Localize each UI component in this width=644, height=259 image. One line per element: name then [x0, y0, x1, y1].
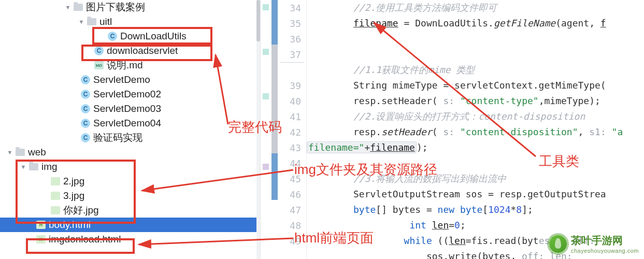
tree-item-label: 3.jpg [63, 190, 84, 202]
tree-item-label: 2.jpg [63, 176, 84, 187]
tree-row[interactable]: C验证码实现 [0, 131, 256, 145]
divider-strip [260, 0, 278, 259]
gutter-line: 37 [278, 47, 306, 62]
tree-item-label: downloadservlet [107, 45, 178, 56]
tree-row[interactable]: CServletDemo02 [0, 87, 256, 102]
chevron-down-icon: ▼ [64, 4, 71, 11]
gutter-line: 43 [278, 140, 306, 155]
tree-item-label: body.html [49, 219, 91, 231]
tree-row[interactable]: CDownLoadUtils [0, 29, 256, 44]
code-line: resp.setHeader( s: "content-type",mimeTy… [353, 93, 644, 109]
code-line: //2.设置响应头的打开方式：content-disposition [353, 109, 644, 124]
tree-item-label: imgdonload.html [49, 234, 121, 245]
editor-gutter: 343536373940414243444546474849 [278, 0, 307, 259]
tree-row[interactable]: Hbody.html [0, 218, 256, 232]
code-line: //2.使用工具类方法编码文件即可 [353, 0, 644, 16]
code-line [353, 31, 644, 47]
class-icon: C [81, 133, 90, 142]
tree-row[interactable]: 2.jpg [0, 174, 256, 189]
code-line: byte[] bytes = new byte[1024*8]; [353, 202, 644, 218]
tree-item-label: 验证码实现 [93, 131, 142, 145]
gutter-line: 36 [278, 31, 306, 47]
tree-row[interactable]: Himgdonload.html [0, 232, 256, 247]
code-line [353, 47, 644, 62]
gutter-line: 44 [278, 155, 306, 171]
tree-row[interactable]: CServletDemo04 [0, 116, 256, 131]
tree-row[interactable]: ▼web [0, 145, 256, 160]
chevron-down-icon: ▼ [20, 163, 27, 170]
class-icon: C [94, 46, 104, 55]
class-icon: C [81, 75, 90, 84]
tree-item-label: DownLoadUtils [120, 31, 187, 42]
code-line [353, 155, 644, 171]
leaf-icon [549, 235, 567, 253]
tree-item-label: ServletDemo [93, 74, 150, 85]
class-icon: C [81, 104, 90, 113]
jpg-icon [51, 192, 60, 200]
site-logo: 茶叶手游网 chayeshouyouwang.com [549, 234, 639, 254]
html-icon: H [36, 235, 46, 243]
gutter-line: 46 [278, 186, 306, 202]
gutter-line: 34 [278, 0, 306, 16]
chevron-down-icon: ▼ [6, 149, 13, 156]
gutter-line: 39 [278, 78, 306, 93]
code-line: String mimeType = servletContext.getMime… [353, 78, 644, 93]
code-line: filename = DownLoadUtils.getFileName(age… [353, 16, 644, 31]
project-tree-panel: ▼图片下载案例▼uitlCDownLoadUtilsCdownloadservl… [0, 0, 260, 259]
gutter-line: 45 [278, 171, 306, 186]
tree-row[interactable]: ▼图片下载案例 [0, 0, 256, 15]
logo-text-2: chayeshouyouwang.com [571, 248, 639, 254]
logo-text-1: 茶叶手游网 [571, 234, 639, 248]
code-line: //1.1获取文件的mime 类型 [353, 62, 644, 78]
tree-item-label: 说明.md [107, 59, 143, 72]
jpg-icon [51, 177, 60, 185]
tree-item-label: ServletDemo04 [93, 118, 161, 129]
folder-icon [29, 163, 38, 170]
folder-icon [74, 4, 83, 11]
tree-row[interactable]: CServletDemo03 [0, 102, 256, 116]
tree-row[interactable]: Cdownloadservlet [0, 44, 256, 58]
gutter-line: 42 [278, 124, 306, 140]
md-icon: MD [94, 61, 104, 69]
gutter-line: 48 [278, 218, 306, 233]
code-line: //3.将输入流的数据写出到输出流中 [353, 171, 644, 186]
gutter-line: 47 [278, 202, 306, 218]
tree-row[interactable]: ▼img [0, 160, 256, 174]
code-line: int len=0; [353, 218, 644, 233]
class-icon: C [108, 32, 117, 41]
code-line: ServletOutputStream sos = resp.getOutput… [353, 186, 644, 202]
gutter-line [278, 62, 306, 78]
tree-item-label: ServletDemo03 [93, 103, 161, 114]
gutter-line: 49 [278, 233, 306, 249]
editor-panel: 343536373940414243444546474849 //2.使用工具类… [278, 0, 644, 259]
tree-row[interactable]: CServletDemo [0, 73, 256, 87]
gutter-line: 35 [278, 16, 306, 31]
class-icon: C [81, 119, 90, 128]
jpg-icon [51, 206, 60, 214]
tree-row[interactable]: 你好.jpg [0, 203, 256, 218]
tree-row[interactable]: ▼uitl [0, 15, 256, 29]
chevron-down-icon: ▼ [78, 18, 85, 25]
tree-item-label: uitl [99, 16, 112, 27]
folder-icon [16, 149, 25, 156]
project-tree[interactable]: ▼图片下载案例▼uitlCDownLoadUtilsCdownloadservl… [0, 0, 256, 259]
tree-item-label: ServletDemo02 [93, 89, 161, 100]
class-icon: C [81, 90, 90, 99]
gutter-line: 40 [278, 93, 306, 109]
tree-row[interactable]: 3.jpg [0, 189, 256, 203]
tree-item-label: img [41, 161, 58, 172]
tree-scrollbar[interactable] [256, 0, 260, 259]
tree-item-label: 你好.jpg [63, 204, 99, 217]
tree-item-label: web [28, 147, 46, 158]
tree-item-label: 图片下载案例 [86, 1, 145, 14]
editor-code[interactable]: //2.使用工具类方法编码文件即可filename = DownLoadUtil… [307, 0, 644, 259]
folder-icon [87, 18, 96, 25]
tree-row[interactable]: MD说明.md [0, 58, 256, 73]
html-icon: H [36, 221, 46, 229]
gutter-line: 41 [278, 109, 306, 124]
